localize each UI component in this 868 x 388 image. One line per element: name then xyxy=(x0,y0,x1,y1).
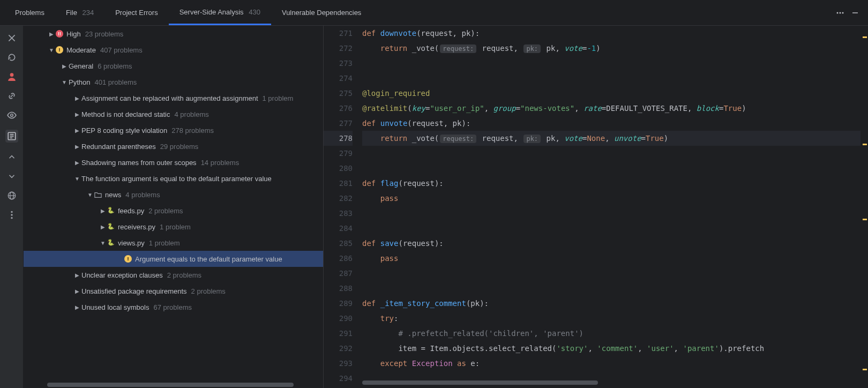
tree-inspection[interactable]: ▼ The function argument is equal to the … xyxy=(24,170,323,186)
code-line[interactable]: return _vote(request: request, pk: pk, v… xyxy=(362,41,860,56)
svg-point-6 xyxy=(10,73,13,77)
warning-marker[interactable] xyxy=(863,144,867,145)
link-icon[interactable] xyxy=(7,91,17,101)
line-number: 276 xyxy=(324,101,353,116)
tree-label: The function argument is equal to the de… xyxy=(81,175,272,183)
tree-folder[interactable]: ▼ news 4 problems xyxy=(24,186,323,203)
code-line[interactable] xyxy=(362,56,860,71)
code-line[interactable]: def downvote(request, pk): xyxy=(362,26,860,41)
tab-label: Server-Side Analysis xyxy=(179,8,244,16)
refresh-icon[interactable] xyxy=(7,53,17,62)
tree-severity-high[interactable]: ▶ !! High 23 problems xyxy=(24,26,323,42)
tree-inspection[interactable]: ▶ Unused local symbols 67 problems xyxy=(24,299,323,315)
code-line[interactable]: def flag(request): xyxy=(362,176,860,191)
user-icon[interactable] xyxy=(7,72,17,81)
line-number: 284 xyxy=(324,221,353,236)
error-stripe[interactable] xyxy=(860,26,868,388)
warning-marker[interactable] xyxy=(863,36,867,38)
tab-server-side-analysis[interactable]: Server-Side Analysis 430 xyxy=(169,1,271,25)
tree-file[interactable]: ▼ 🐍 views.py 1 problem xyxy=(24,235,323,251)
code-line[interactable] xyxy=(362,221,860,236)
scrollbar-thumb[interactable] xyxy=(362,380,598,385)
tab-project-errors[interactable]: Project Errors xyxy=(104,1,168,24)
code-line[interactable]: def unvote(request, pk): xyxy=(362,116,860,131)
tree-label: Argument equals to the default parameter… xyxy=(135,255,282,263)
code-line[interactable] xyxy=(362,281,860,296)
editor-scrollbar[interactable] xyxy=(362,380,860,386)
tree-inspection[interactable]: ▶ Unsatisfied package requirements 2 pro… xyxy=(24,283,323,299)
tree-label: receivers.py xyxy=(118,223,155,231)
tree-count: 278 problems xyxy=(171,126,214,135)
tree-count: 1 problem xyxy=(160,223,191,231)
expand-icon[interactable] xyxy=(7,152,17,162)
tree-problem-item[interactable]: ! Argument equals to the default paramet… xyxy=(24,251,323,267)
code-line[interactable]: pass xyxy=(362,191,860,206)
code-line[interactable]: return _vote(request: request, pk: pk, v… xyxy=(362,131,860,146)
minimize-icon[interactable] xyxy=(851,9,859,17)
tab-problems[interactable]: Problems xyxy=(4,1,55,24)
problems-scrollbar[interactable] xyxy=(24,382,323,388)
tree-file[interactable]: ▶ 🐍 feeds.py 2 problems xyxy=(24,203,323,219)
eye-icon[interactable] xyxy=(7,110,17,120)
code-line[interactable]: item = Item.objects.select_related('stor… xyxy=(362,341,860,356)
warning-marker[interactable] xyxy=(863,219,867,220)
more-vert-icon[interactable] xyxy=(7,210,17,220)
tree-file[interactable]: ▶ 🐍 receivers.py 1 problem xyxy=(24,219,323,235)
code-line[interactable] xyxy=(362,71,860,86)
code-editor[interactable]: 2712722732742752762772782792802812822832… xyxy=(324,26,868,388)
tree-inspection[interactable]: ▶ PEP 8 coding style violation 278 probl… xyxy=(24,122,323,138)
more-icon[interactable] xyxy=(836,9,844,17)
chevron-down-icon: ▼ xyxy=(47,47,56,53)
tree-inspection[interactable]: ▶ Assignment can be replaced with augmen… xyxy=(24,90,323,106)
collapse-icon[interactable] xyxy=(7,171,17,181)
code-line[interactable] xyxy=(362,206,860,221)
code-line[interactable] xyxy=(362,146,860,161)
web-icon[interactable] xyxy=(7,191,17,200)
code-line[interactable]: @login_required xyxy=(362,86,860,101)
tab-file[interactable]: File 234 xyxy=(55,1,104,24)
chevron-right-icon: ▶ xyxy=(47,31,56,37)
python-file-icon: 🐍 xyxy=(107,239,115,247)
code-line[interactable] xyxy=(362,161,860,176)
code-content[interactable]: def downvote(request, pk): return _vote(… xyxy=(362,26,860,388)
code-line[interactable]: except Exception as e: xyxy=(362,356,860,371)
close-icon[interactable] xyxy=(7,33,17,43)
code-line[interactable]: # .prefetch_related('children', 'parent'… xyxy=(362,326,860,341)
line-number: 280 xyxy=(324,161,353,176)
svg-point-16 xyxy=(11,214,12,215)
line-number: 292 xyxy=(324,341,353,356)
scrollbar-thumb[interactable] xyxy=(47,383,294,387)
code-line[interactable] xyxy=(362,266,860,281)
tab-label: Problems xyxy=(15,9,44,17)
chevron-right-icon: ▶ xyxy=(73,111,81,117)
line-number: 290 xyxy=(324,311,353,326)
tree-count: 2 problems xyxy=(167,271,201,279)
line-number: 291 xyxy=(324,326,353,341)
warning-marker[interactable] xyxy=(863,369,867,370)
tree-count: 6 problems xyxy=(98,62,132,70)
tree-inspection[interactable]: ▶ Method is not declared static 4 proble… xyxy=(24,106,323,122)
tree-inspection[interactable]: ▶ Redundant parentheses 29 problems xyxy=(24,138,323,154)
tree-inspection[interactable]: ▶ Unclear exception clauses 2 problems xyxy=(24,267,323,283)
line-number: 278 xyxy=(324,131,353,146)
tree-category-general[interactable]: ▶ General 6 problems xyxy=(24,58,323,74)
chevron-right-icon: ▶ xyxy=(73,304,81,310)
tree-label: Unsatisfied package requirements xyxy=(81,287,187,295)
line-number: 285 xyxy=(324,236,353,251)
code-line[interactable]: try: xyxy=(362,311,860,326)
tree-category-python[interactable]: ▼ Python 401 problems xyxy=(24,74,323,90)
line-number: 273 xyxy=(324,56,353,71)
tab-vulnerable-dependencies[interactable]: Vulnerable Dependencies xyxy=(271,1,372,24)
tree-label: feeds.py xyxy=(118,207,144,215)
code-line[interactable]: pass xyxy=(362,251,860,266)
code-line[interactable]: def _item_story_comment(pk): xyxy=(362,296,860,311)
preview-icon[interactable] xyxy=(5,130,18,143)
code-line[interactable]: def save(request): xyxy=(362,236,860,251)
tree-severity-moderate[interactable]: ▼ ! Moderate 407 problems xyxy=(24,42,323,58)
code-line[interactable]: @ratelimit(key="user_or_ip", group="news… xyxy=(362,101,860,116)
tree-label: High xyxy=(66,30,81,38)
tree-inspection[interactable]: ▶ Shadowing names from outer scopes 14 p… xyxy=(24,154,323,170)
tree-count: 1 problem xyxy=(263,94,294,102)
tab-count: 430 xyxy=(249,8,260,16)
tab-label: File xyxy=(66,9,77,17)
